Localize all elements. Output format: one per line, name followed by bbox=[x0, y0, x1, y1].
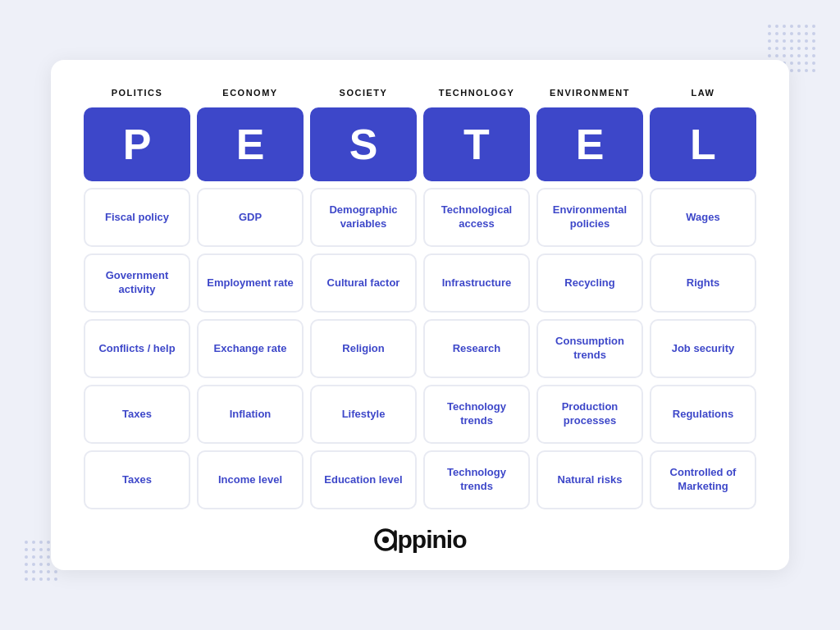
dot bbox=[25, 548, 28, 551]
dot bbox=[812, 47, 815, 50]
data-rows: Fiscal policyGDPDemographic variablesTec… bbox=[84, 188, 756, 509]
logo-a-svg bbox=[374, 527, 397, 553]
dot bbox=[805, 54, 808, 57]
dot bbox=[54, 570, 57, 573]
data-row-2: Conflicts / helpExchange rateReligionRes… bbox=[84, 319, 756, 378]
dot bbox=[768, 47, 771, 50]
pestel-cell-t-3: T bbox=[423, 107, 530, 181]
dot bbox=[32, 555, 35, 559]
dot bbox=[783, 39, 786, 43]
data-cell-3-2: Lifestyle bbox=[310, 385, 417, 444]
data-cell-2-5: Job security bbox=[650, 319, 756, 378]
dot bbox=[812, 54, 815, 57]
dot bbox=[790, 69, 793, 72]
dot bbox=[790, 25, 793, 28]
dot bbox=[783, 25, 786, 28]
data-cell-4-0: Taxes bbox=[84, 450, 190, 509]
dot bbox=[768, 54, 771, 57]
dot bbox=[47, 541, 50, 544]
dot bbox=[32, 541, 35, 544]
dot bbox=[805, 47, 808, 50]
data-row-1: Government activityEmployment rateCultur… bbox=[84, 253, 756, 313]
data-cell-0-2: Demographic variables bbox=[310, 188, 417, 247]
data-cell-0-5: Wages bbox=[650, 188, 756, 247]
pestel-cell-e-1: E bbox=[197, 107, 304, 181]
data-cell-1-0: Government activity bbox=[84, 253, 190, 313]
dot bbox=[805, 32, 808, 35]
col-header-society: SOCIETY bbox=[310, 84, 417, 101]
dot bbox=[797, 54, 801, 57]
dot bbox=[32, 570, 35, 573]
data-row-4: TaxesIncome levelEducation levelTechnolo… bbox=[84, 450, 756, 509]
col-header-environment: ENVIRONMENT bbox=[536, 84, 643, 101]
dot bbox=[47, 578, 50, 581]
dot bbox=[797, 47, 801, 50]
dot bbox=[805, 62, 808, 65]
column-headers: POLITICSECONOMYSOCIETYTECHNOLOGYENVIRONM… bbox=[84, 84, 756, 101]
data-cell-1-3: Infrastructure bbox=[423, 253, 530, 313]
dot bbox=[39, 555, 43, 559]
col-header-economy: ECONOMY bbox=[197, 84, 304, 101]
data-cell-1-5: Rights bbox=[650, 253, 756, 313]
data-cell-4-3: Technology trends bbox=[423, 450, 530, 509]
pestel-cell-p-0: P bbox=[84, 107, 190, 181]
dot bbox=[783, 32, 786, 35]
data-cell-0-0: Fiscal policy bbox=[84, 188, 190, 247]
data-cell-3-4: Production processes bbox=[536, 385, 643, 444]
dot bbox=[797, 39, 801, 43]
svg-point-1 bbox=[382, 536, 389, 543]
dot bbox=[812, 25, 815, 28]
dot bbox=[812, 62, 815, 65]
data-cell-2-0: Conflicts / help bbox=[84, 319, 190, 378]
dot bbox=[768, 25, 771, 28]
dot bbox=[805, 69, 808, 72]
dot bbox=[39, 578, 43, 581]
data-cell-1-2: Cultural factor bbox=[310, 253, 417, 313]
data-cell-4-5: Controlled of Marketing bbox=[650, 450, 756, 509]
pestel-cell-l-5: L bbox=[650, 107, 756, 181]
data-cell-2-3: Research bbox=[423, 319, 530, 378]
dot bbox=[32, 563, 35, 566]
dot bbox=[39, 563, 43, 566]
dot bbox=[790, 39, 793, 43]
pestel-row: PESTEL bbox=[84, 107, 756, 181]
dot bbox=[790, 62, 793, 65]
data-cell-0-3: Technological access bbox=[423, 188, 530, 247]
dot bbox=[47, 555, 50, 559]
dot bbox=[797, 32, 801, 35]
data-cell-3-3: Technology trends bbox=[423, 385, 530, 444]
dot bbox=[805, 25, 808, 28]
dot bbox=[812, 32, 815, 35]
pestel-cell-e-4: E bbox=[536, 107, 643, 181]
dot bbox=[47, 570, 50, 573]
dot bbox=[775, 25, 778, 28]
dot bbox=[797, 62, 801, 65]
dot bbox=[47, 548, 50, 551]
data-cell-2-2: Religion bbox=[310, 319, 417, 378]
dot bbox=[783, 54, 786, 57]
dot bbox=[39, 548, 43, 551]
col-header-law: LAW bbox=[650, 84, 756, 101]
data-cell-3-0: Taxes bbox=[84, 385, 190, 444]
dot bbox=[25, 578, 28, 581]
dot bbox=[32, 578, 35, 581]
dot bbox=[790, 54, 793, 57]
dot bbox=[25, 541, 28, 544]
dot bbox=[783, 47, 786, 50]
dot bbox=[39, 541, 43, 544]
main-container: POLITICSECONOMYSOCIETYTECHNOLOGYENVIRONM… bbox=[51, 60, 789, 570]
dot bbox=[47, 563, 50, 566]
dot bbox=[25, 570, 28, 573]
pestel-cell-s-2: S bbox=[310, 107, 417, 181]
dot bbox=[768, 39, 771, 43]
dot bbox=[32, 548, 35, 551]
data-cell-4-4: Natural risks bbox=[536, 450, 643, 509]
col-header-politics: POLITICS bbox=[84, 84, 190, 101]
logo-text-rest: ppinio bbox=[398, 526, 467, 554]
data-cell-4-1: Income level bbox=[197, 450, 304, 509]
data-cell-2-1: Exchange rate bbox=[197, 319, 304, 378]
data-row-0: Fiscal policyGDPDemographic variablesTec… bbox=[84, 188, 756, 247]
data-cell-0-1: GDP bbox=[197, 188, 304, 247]
dot bbox=[812, 69, 815, 72]
dot bbox=[797, 69, 801, 72]
